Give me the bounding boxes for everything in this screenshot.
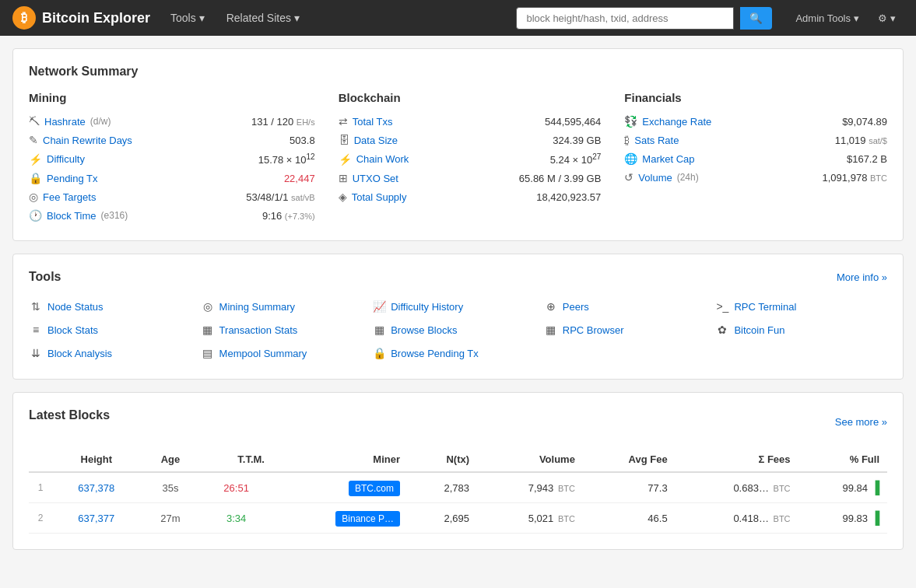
chain-rewrite-value: 503.8 [290, 135, 315, 146]
transaction-stats-icon: ▦ [201, 324, 215, 336]
chain-work-label[interactable]: ⚡ Chain Work [339, 153, 409, 166]
bitcoin-fun-tool[interactable]: ✿ Bitcoin Fun [715, 320, 887, 340]
search-button[interactable]: 🔍 [740, 7, 772, 30]
row-ttm: 3:34 [200, 503, 272, 534]
related-sites-menu[interactable]: Related Sites ▾ [219, 0, 307, 36]
utxo-icon: ⊞ [339, 172, 348, 184]
mining-summary-icon: ◎ [201, 300, 215, 313]
row-height[interactable]: 637,377 [52, 503, 141, 534]
search-input[interactable] [516, 7, 734, 30]
tx-icon: ⇄ [339, 115, 348, 128]
row-miner: Binance P… [272, 503, 408, 534]
node-status-tool[interactable]: ⇅ Node Status [29, 296, 201, 317]
rpc-terminal-icon: >_ [715, 300, 729, 313]
volume-value: 1,091,978 BTC [823, 172, 887, 184]
blocks-table-body: 1 637,378 35s 26:51 BTC.com 2,783 7,943 … [29, 472, 887, 534]
tools-menu[interactable]: Tools ▾ [163, 0, 212, 36]
mining-title: Mining [29, 91, 315, 104]
col-num [29, 447, 52, 472]
rpc-terminal-tool[interactable]: >_ RPC Terminal [715, 296, 887, 317]
admin-tools-menu[interactable]: Admin Tools ▾ [788, 0, 867, 36]
search-icon: 🔍 [749, 12, 763, 24]
col-pct-full: % Full [798, 447, 887, 472]
volume-row: ↺ Volume (24h) 1,091,978 BTC [624, 168, 887, 187]
exchange-rate-label[interactable]: 💱 Exchange Rate [624, 115, 711, 128]
fee-targets-label[interactable]: ◎ Fee Targets [29, 191, 96, 203]
difficulty-icon: ⚡ [29, 153, 42, 166]
search-form: 🔍 [516, 7, 772, 30]
peers-icon: ⊕ [544, 300, 558, 313]
row-fees: 0.418… BTC [676, 503, 798, 534]
col-avg-fee: Avg Fee [583, 447, 676, 472]
chain-icon: ⚡ [339, 153, 352, 166]
latest-blocks-header: Latest Blocks See more » [29, 408, 887, 435]
block-stats-tool[interactable]: ≡ Block Stats [29, 320, 201, 340]
row-ttm: 26:51 [200, 472, 272, 503]
block-analysis-icon: ⇊ [29, 347, 43, 359]
difficulty-label[interactable]: ⚡ Difficulty [29, 153, 85, 166]
blocks-table: Height Age T.T.M. Miner N(tx) Volume Avg… [29, 447, 887, 534]
col-age: Age [141, 447, 201, 472]
volume-label[interactable]: ↺ Volume (24h) [624, 171, 698, 184]
block-time-label[interactable]: 🕐 Block Time (e316) [29, 209, 128, 222]
more-info-link[interactable]: More info » [837, 271, 887, 283]
nav-right: Admin Tools ▾ ⚙ ▾ [788, 0, 904, 36]
peers-tool[interactable]: ⊕ Peers [544, 296, 716, 317]
sats-rate-label[interactable]: ₿ Sats Rate [624, 134, 679, 146]
row-volume: 5,021 BTC [477, 503, 583, 534]
tools-header: Tools More info » [29, 270, 887, 284]
row-miner: BTC.com [272, 472, 408, 503]
market-cap-label[interactable]: 🌐 Market Cap [624, 152, 694, 165]
block-analysis-tool[interactable]: ⇊ Block Analysis [29, 343, 201, 363]
utxo-set-row: ⊞ UTXO Set 65.86 M / 3.99 GB [339, 169, 602, 187]
utxo-label[interactable]: ⊞ UTXO Set [339, 172, 398, 184]
settings-menu[interactable]: ⚙ ▾ [870, 0, 904, 36]
difficulty-history-tool[interactable]: 📈 Difficulty History [372, 296, 544, 317]
total-txs-row: ⇄ Total Txs 544,595,464 [339, 112, 602, 131]
difficulty-row: ⚡ Difficulty 15.78 × 1012 [29, 149, 315, 169]
bar-chart-icon: ▐ [871, 511, 879, 524]
tools-grid: ⇅ Node Status ◎ Mining Summary 📈 Difficu… [29, 296, 887, 363]
data-size-value: 324.39 GB [553, 135, 601, 146]
hashrate-label[interactable]: ⛏ Hashrate (d/w) [29, 115, 111, 128]
block-stats-icon: ≡ [29, 324, 43, 336]
latest-blocks-title: Latest Blocks [29, 408, 110, 422]
financials-section: Financials 💱 Exchange Rate $9,074.89 ₿ S… [601, 91, 887, 225]
row-fees: 0.683… BTC [676, 472, 798, 503]
node-status-icon: ⇅ [29, 300, 43, 313]
transaction-stats-tool[interactable]: ▦ Transaction Stats [201, 320, 373, 340]
row-pct-full: 99.84 ▐ [798, 472, 887, 503]
latest-blocks-card: Latest Blocks See more » Height Age T.T.… [12, 392, 904, 550]
browse-pending-tool[interactable]: 🔒 Browse Pending Tx [372, 343, 544, 363]
total-txs-label[interactable]: ⇄ Total Txs [339, 115, 393, 128]
mempool-summary-tool[interactable]: ▤ Mempool Summary [201, 343, 373, 363]
market-cap-row: 🌐 Market Cap $167.2 B [624, 149, 887, 168]
total-supply-label[interactable]: ◈ Total Supply [339, 191, 407, 203]
brand-icon: ₿ [12, 6, 36, 30]
difficulty-history-icon: 📈 [372, 300, 386, 313]
see-more-link[interactable]: See more » [835, 416, 887, 428]
rpc-browser-icon: ▦ [544, 324, 558, 336]
chain-rewrite-row: ✎ Chain Rewrite Days 503.8 [29, 131, 315, 149]
col-ntx: N(tx) [408, 447, 477, 472]
total-supply-value: 18,420,923.57 [536, 191, 601, 203]
volume-icon: ↺ [624, 171, 633, 184]
financials-title: Financials [624, 91, 887, 104]
difficulty-value: 15.78 × 1012 [258, 152, 315, 166]
row-ntx: 2,783 [408, 472, 477, 503]
network-summary-card: Network Summary Mining ⛏ Hashrate (d/w) … [12, 48, 904, 241]
browse-blocks-tool[interactable]: ▦ Browse Blocks [372, 320, 544, 340]
chain-rewrite-label[interactable]: ✎ Chain Rewrite Days [29, 134, 132, 146]
chain-work-value: 5.24 × 1027 [550, 152, 602, 166]
pending-tx-label[interactable]: 🔒 Pending Tx [29, 172, 98, 184]
mining-summary-tool[interactable]: ◎ Mining Summary [201, 296, 373, 317]
row-height[interactable]: 637,378 [52, 472, 141, 503]
rpc-browser-tool[interactable]: ▦ RPC Browser [544, 320, 716, 340]
block-time-value: 9:16 (+7.3%) [262, 210, 315, 222]
col-height: Height [52, 447, 141, 472]
table-header-row: Height Age T.T.M. Miner N(tx) Volume Avg… [29, 447, 887, 472]
network-summary-title: Network Summary [29, 65, 887, 79]
brand: ₿ Bitcoin Explorer [12, 6, 150, 30]
clock-icon: 🕐 [29, 209, 42, 222]
data-size-label[interactable]: 🗄 Data Size [339, 134, 398, 146]
